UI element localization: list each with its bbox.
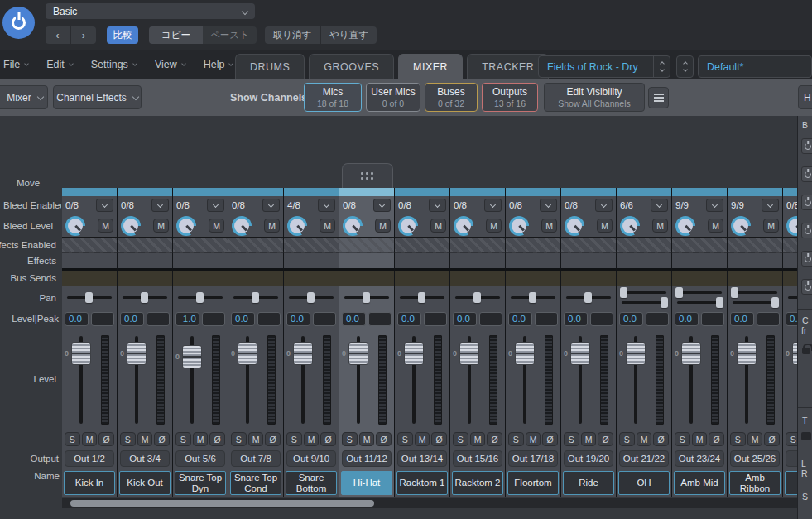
solo-button[interactable]: S bbox=[65, 432, 80, 446]
pan-handle[interactable] bbox=[196, 292, 204, 303]
effects-enabled-cell[interactable] bbox=[173, 238, 228, 253]
channel-header-bar[interactable] bbox=[783, 188, 797, 196]
phase-button[interactable]: Ø bbox=[320, 432, 336, 446]
phase-button[interactable]: Ø bbox=[431, 432, 447, 446]
peak-value[interactable] bbox=[257, 312, 281, 326]
library-preset-select[interactable]: Fields of Rock - Dry bbox=[538, 55, 670, 78]
bleed-dropdown-button[interactable] bbox=[373, 199, 391, 212]
menu-settings[interactable]: Settings bbox=[91, 59, 137, 70]
solo-button[interactable]: S bbox=[619, 432, 635, 446]
bus-sends-cell[interactable] bbox=[561, 271, 617, 286]
phase-button[interactable]: Ø bbox=[487, 432, 502, 446]
effects-enabled-cell[interactable] bbox=[339, 238, 395, 253]
bleed-level-knob[interactable] bbox=[675, 216, 695, 236]
bleed-dropdown-button[interactable] bbox=[762, 199, 779, 212]
effects-cell[interactable] bbox=[228, 253, 284, 271]
fader-cap[interactable] bbox=[737, 342, 757, 365]
peak-value[interactable] bbox=[757, 312, 781, 326]
phase-button[interactable]: Ø bbox=[376, 432, 392, 446]
bleed-mute-button[interactable]: M bbox=[652, 219, 668, 233]
pan-handle-right[interactable] bbox=[661, 297, 668, 308]
power-toggle-button[interactable] bbox=[801, 166, 812, 182]
effects-cell[interactable] bbox=[339, 253, 395, 271]
paste-button[interactable]: ペースト bbox=[203, 26, 257, 44]
bleed-level-knob[interactable] bbox=[509, 216, 529, 236]
mute-button[interactable]: M bbox=[248, 432, 264, 446]
effects-cell[interactable] bbox=[506, 253, 561, 271]
channel-header-bar[interactable] bbox=[228, 188, 284, 196]
effects-enabled-cell[interactable] bbox=[228, 238, 284, 253]
output-button[interactable]: Out 5/6 bbox=[175, 450, 225, 467]
channel-header-bar[interactable] bbox=[728, 188, 783, 196]
bleed-dropdown-button[interactable] bbox=[706, 199, 723, 212]
bleed-mute-button[interactable]: M bbox=[541, 219, 557, 233]
level-value[interactable]: 0.0 bbox=[342, 312, 366, 326]
solo-button[interactable]: S bbox=[286, 432, 302, 446]
channel-header-bar[interactable] bbox=[118, 188, 173, 196]
solo-button[interactable]: S bbox=[730, 432, 746, 446]
level-value[interactable]: 0.0 bbox=[453, 312, 477, 326]
power-toggle-button[interactable] bbox=[801, 251, 812, 267]
effects-enabled-cell[interactable] bbox=[561, 238, 617, 253]
tab-tracker[interactable]: TRACKER bbox=[467, 54, 549, 79]
bleed-level-knob[interactable] bbox=[121, 216, 141, 236]
solo-button[interactable]: S bbox=[397, 432, 413, 446]
solo-button[interactable]: S bbox=[453, 432, 468, 446]
mute-button[interactable]: M bbox=[359, 432, 375, 446]
right-panel-mini-control[interactable] bbox=[801, 432, 811, 440]
pan-handle-right[interactable] bbox=[771, 297, 779, 308]
peak-value[interactable] bbox=[424, 312, 448, 326]
output-button[interactable]: Out 25/26 bbox=[730, 450, 780, 467]
pan-slider-left[interactable] bbox=[733, 291, 777, 294]
bleed-mute-button[interactable]: M bbox=[486, 219, 502, 233]
bleed-dropdown-button[interactable] bbox=[151, 199, 169, 212]
bleed-mute-button[interactable]: M bbox=[264, 219, 280, 233]
pan-slider-left[interactable] bbox=[622, 291, 666, 294]
effects-cell[interactable] bbox=[617, 253, 672, 271]
peak-value[interactable] bbox=[590, 312, 614, 326]
mute-button[interactable]: M bbox=[415, 432, 430, 446]
bleed-level-knob[interactable] bbox=[287, 216, 307, 236]
channel-header-bar[interactable] bbox=[395, 188, 450, 196]
mute-button[interactable]: M bbox=[526, 432, 541, 446]
power-toggle-button[interactable] bbox=[801, 138, 812, 154]
bleed-dropdown-button[interactable] bbox=[651, 199, 668, 212]
bleed-mute-button[interactable]: M bbox=[98, 219, 113, 233]
level-value[interactable]: 0.0 bbox=[508, 312, 532, 326]
output-button[interactable]: Out 23/24 bbox=[675, 450, 724, 467]
channel-header-bar[interactable] bbox=[506, 188, 561, 196]
output-button[interactable]: Out 1/2 bbox=[65, 450, 114, 467]
phase-button[interactable]: Ø bbox=[542, 432, 558, 446]
lock-icon[interactable] bbox=[802, 348, 810, 354]
solo-button[interactable]: S bbox=[342, 432, 358, 446]
output-button[interactable]: Out 15/16 bbox=[453, 450, 502, 467]
bleed-dropdown-button[interactable] bbox=[207, 199, 224, 212]
bleed-level-knob[interactable] bbox=[620, 216, 640, 236]
phase-button[interactable]: Ø bbox=[209, 432, 225, 446]
mute-button[interactable]: M bbox=[470, 432, 486, 446]
channel-name[interactable]: Snare Top Dyn bbox=[175, 471, 226, 495]
channel-name[interactable]: Floortom bbox=[507, 471, 559, 495]
pan-handle[interactable] bbox=[307, 292, 315, 303]
level-value[interactable]: 0.0 bbox=[120, 312, 144, 326]
effects-cell[interactable] bbox=[173, 253, 228, 271]
fader-cap[interactable] bbox=[626, 342, 646, 365]
channel-name[interactable]: Amb Ribbon bbox=[729, 471, 781, 495]
mute-button[interactable]: M bbox=[747, 432, 763, 446]
pan-handle[interactable] bbox=[418, 292, 425, 303]
pan-handle[interactable] bbox=[473, 292, 481, 303]
pan-handle-right[interactable] bbox=[716, 297, 723, 308]
scrollbar-thumb[interactable] bbox=[70, 500, 374, 507]
pan-handle-left[interactable] bbox=[731, 287, 738, 298]
channel-name[interactable]: Hi-Hat bbox=[341, 471, 392, 495]
effects-cell[interactable] bbox=[672, 253, 728, 271]
filter-buses[interactable]: Buses0 of 32 bbox=[425, 83, 478, 112]
channel-header-bar[interactable] bbox=[617, 188, 672, 196]
channel-header-bar[interactable] bbox=[561, 188, 617, 196]
move-grip[interactable] bbox=[342, 163, 393, 188]
level-value[interactable]: 0.0 bbox=[786, 312, 797, 326]
pan-slider-right[interactable] bbox=[622, 301, 666, 304]
preset-stepper[interactable] bbox=[676, 55, 694, 78]
bleed-dropdown-button[interactable] bbox=[429, 199, 446, 212]
overflow-button[interactable]: H bbox=[798, 85, 812, 109]
